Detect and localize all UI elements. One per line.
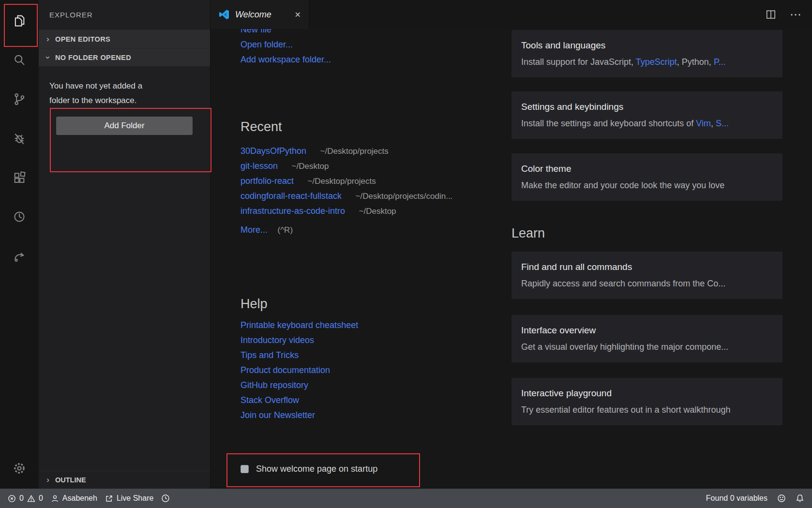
- found-variables-status[interactable]: Found 0 variables: [706, 494, 767, 503]
- new-file-link[interactable]: New file: [241, 29, 506, 37]
- card-tools-and-languages[interactable]: Tools and languages Install support for …: [511, 30, 782, 77]
- card-title: Tools and languages: [521, 39, 773, 52]
- help-heading: Help: [241, 296, 506, 312]
- split-editor-icon[interactable]: [766, 9, 776, 20]
- add-workspace-folder-link[interactable]: Add workspace folder...: [241, 52, 506, 67]
- clock-icon[interactable]: [0, 197, 39, 236]
- help-link[interactable]: Join our Newsletter: [241, 408, 506, 423]
- section-open-editors-label: OPEN EDITORS: [55, 35, 110, 43]
- section-open-editors[interactable]: › OPEN EDITORS: [39, 30, 210, 48]
- person-icon: [51, 494, 59, 503]
- live-share-label: Live Share: [117, 494, 154, 503]
- extensions-icon[interactable]: [0, 158, 39, 197]
- card-description: Rapidly access and search commands from …: [521, 277, 773, 290]
- recent-item-link[interactable]: codingforall-react-fullstack: [241, 191, 342, 201]
- notifications-status-item[interactable]: [796, 494, 804, 503]
- help-link[interactable]: Stack Overflow: [241, 393, 506, 408]
- search-icon[interactable]: [0, 40, 39, 79]
- help-link[interactable]: Introductory videos: [241, 333, 506, 348]
- card-title: Interface overview: [521, 324, 773, 337]
- share-icon[interactable]: [0, 236, 39, 275]
- debug-icon[interactable]: [0, 119, 39, 158]
- card-find-run-commands[interactable]: Find and run all commands Rapidly access…: [511, 252, 782, 299]
- explorer-sidebar: EXPLORER › OPEN EDITORS › NO FOLDER OPEN…: [39, 0, 211, 489]
- chevron-right-icon: ›: [45, 34, 51, 44]
- source-control-icon[interactable]: [0, 79, 39, 119]
- card-description: Install the settings and keyboard shortc…: [521, 117, 773, 130]
- clock-status-item[interactable]: [161, 494, 170, 503]
- help-link[interactable]: Product documentation: [241, 363, 506, 378]
- problems-indicator[interactable]: 0 0: [8, 494, 43, 503]
- chevron-right-icon: ›: [45, 475, 51, 485]
- card-color-theme[interactable]: Color theme Make the editor and your cod…: [511, 153, 782, 201]
- sidebar-title: EXPLORER: [39, 0, 210, 30]
- account-label: Asabeneh: [62, 494, 97, 503]
- card-title: Find and run all commands: [521, 261, 773, 273]
- add-folder-button[interactable]: Add Folder: [56, 117, 193, 135]
- help-link[interactable]: Printable keyboard cheatsheet: [241, 318, 506, 333]
- more-shortcut: (^R): [277, 225, 293, 235]
- help-link[interactable]: Tips and Tricks: [241, 348, 506, 363]
- card-description: Install support for JavaScript, TypeScri…: [521, 56, 773, 68]
- close-icon[interactable]: ✕: [295, 10, 301, 19]
- card-description: Try essential editor features out in a s…: [521, 403, 773, 416]
- recent-item-path: ~/Desktop: [359, 207, 396, 216]
- section-outline[interactable]: › OUTLINE: [39, 471, 210, 489]
- tab-title: Welcome: [235, 10, 291, 20]
- feedback-status-item[interactable]: [777, 494, 786, 503]
- recent-item-link[interactable]: git-lesson: [241, 161, 278, 171]
- activity-bar: [0, 0, 39, 489]
- help-link[interactable]: GitHub repository: [241, 378, 506, 393]
- vscode-logo-icon: [218, 9, 230, 20]
- welcome-page: New file Open folder... Add workspace fo…: [211, 29, 812, 489]
- recent-item-path: ~/Desktop: [292, 162, 329, 171]
- more-actions-icon[interactable]: ⋯: [790, 9, 801, 20]
- files-explorer-icon[interactable]: [0, 1, 39, 40]
- recent-item: infrastructure-as-code-intro ~/Desktop: [241, 204, 506, 219]
- recent-heading: Recent: [241, 119, 506, 135]
- learn-heading: Learn: [511, 225, 782, 241]
- start-section: New file Open folder... Add workspace fo…: [241, 29, 506, 67]
- vim-link[interactable]: Vim: [696, 119, 711, 128]
- typescript-link[interactable]: TypeScript: [636, 57, 677, 67]
- more-languages-link[interactable]: P...: [714, 57, 726, 67]
- no-folder-message: You have not yet added a folder to the w…: [39, 66, 210, 108]
- help-list: Printable keyboard cheatsheet Introducto…: [241, 318, 506, 423]
- recent-item: codingforall-react-fullstack ~/Desktop/p…: [241, 189, 506, 204]
- tab-welcome[interactable]: Welcome ✕: [211, 0, 309, 29]
- recent-item-path: ~/Desktop/projects/codin...: [356, 192, 453, 201]
- section-no-folder-label: NO FOLDER OPENED: [55, 54, 131, 61]
- editor-area: Welcome ✕ ⋯ New file Open folder... Add …: [211, 0, 812, 489]
- show-welcome-checkbox[interactable]: [241, 465, 249, 473]
- show-welcome-label: Show welcome page on startup: [256, 464, 377, 474]
- live-share-icon: [105, 494, 113, 503]
- recent-item-link[interactable]: infrastructure-as-code-intro: [241, 206, 345, 216]
- card-title: Interactive playground: [521, 387, 773, 400]
- card-interface-overview[interactable]: Interface overview Get a visual overlay …: [511, 315, 782, 362]
- more-link[interactable]: More...: [241, 225, 268, 235]
- smiley-icon: [777, 494, 786, 503]
- more-keybindings-link[interactable]: S...: [716, 119, 729, 128]
- section-outline-label: OUTLINE: [55, 476, 86, 484]
- recent-item: portfolio-react ~/Desktop/projects: [241, 174, 506, 189]
- status-bar: 0 0 Asabeneh Live Share Found 0 variable…: [0, 489, 812, 508]
- live-share-status-item[interactable]: Live Share: [105, 494, 154, 503]
- card-title: Settings and keybindings: [521, 101, 773, 113]
- account-status-item[interactable]: Asabeneh: [51, 494, 97, 503]
- error-count: 0: [19, 494, 24, 503]
- recent-item-link[interactable]: 30DaysOfPython: [241, 146, 306, 156]
- card-interactive-playground[interactable]: Interactive playground Try essential edi…: [511, 378, 782, 425]
- settings-gear-icon[interactable]: [0, 453, 39, 484]
- card-description: Get a visual overlay highlighting the ma…: [521, 341, 773, 353]
- section-no-folder-opened[interactable]: › NO FOLDER OPENED: [39, 48, 210, 66]
- bell-icon: [796, 494, 804, 503]
- editor-actions: ⋯: [766, 0, 801, 29]
- recent-item-link[interactable]: portfolio-react: [241, 176, 294, 186]
- recent-more-row: More... (^R): [241, 223, 506, 238]
- startup-checkbox-row: Show welcome page on startup: [241, 464, 506, 474]
- card-settings-and-keybindings[interactable]: Settings and keybindings Install the set…: [511, 91, 782, 139]
- open-folder-link[interactable]: Open folder...: [241, 37, 506, 52]
- recent-list: 30DaysOfPython ~/Desktop/projects git-le…: [241, 144, 506, 219]
- error-icon: [8, 494, 16, 503]
- chevron-down-icon: ›: [43, 54, 53, 61]
